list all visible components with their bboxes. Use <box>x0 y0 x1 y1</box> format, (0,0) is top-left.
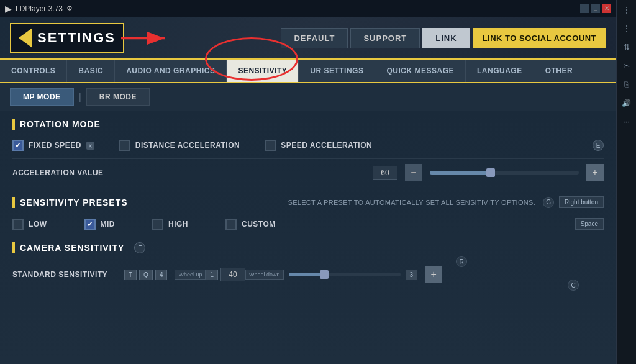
standard-sensitivity-value: 40 <box>220 268 245 281</box>
camera-sensitivity-title: CAMERA SENSITIVITY F <box>12 242 604 253</box>
r-shortcut-badge: R <box>456 256 467 267</box>
app-settings-icon: ⚙ <box>66 4 73 12</box>
wheel-down-badge: Wheel down <box>245 270 284 280</box>
tab-language[interactable]: LANGUAGE <box>466 60 534 82</box>
g-shortcut-badge: G <box>543 197 554 208</box>
preset-custom-checkbox[interactable] <box>225 219 237 230</box>
e-shortcut-badge: E <box>593 140 604 151</box>
tab-mp-mode[interactable]: MP MODE <box>10 88 74 106</box>
close-button[interactable]: ✕ <box>602 4 611 13</box>
preset-custom: CUSTOM <box>225 219 276 230</box>
q-key-badge: Q <box>139 270 153 280</box>
section-bar-presets <box>12 197 15 208</box>
rotation-mode-label: ROTATION MODE <box>20 119 101 129</box>
tab-sensitivity[interactable]: SENSITIVITY <box>227 60 299 82</box>
settings-header: SETTINGS DEFAULT SUPPORT LINK LINK TO SO… <box>0 17 616 60</box>
sidebar-icon-arrows[interactable]: ⇅ <box>619 40 634 55</box>
presets-title-row: SENSITIVITY PRESETS <box>12 197 128 208</box>
speed-accel-checkbox[interactable] <box>265 140 276 151</box>
app-name: LDPlayer 3.73 <box>16 4 63 13</box>
wheel-down-num-badge: 3 <box>406 270 418 280</box>
mode-divider: | <box>74 91 86 102</box>
logo-arrow-icon <box>19 28 32 48</box>
standard-sensitivity-plus-button[interactable]: + <box>425 266 442 283</box>
link-social-button[interactable]: LINK TO SOCIAL ACCOUNT <box>473 28 606 48</box>
preset-low-label: LOW <box>29 220 47 229</box>
sidebar-icon-copy[interactable]: ⎘ <box>619 77 634 92</box>
rotation-options-row: FIXED SPEED x DISTANCE ACCELERATION SPEE… <box>12 137 604 159</box>
wheel-up-badge: Wheel up <box>175 270 206 280</box>
acceleration-plus-button[interactable]: + <box>586 164 604 181</box>
presets-info-text: SELECT A PRESET TO AUTOMATICALLY SET ALL… <box>288 199 536 206</box>
right-sidebar: ⋮ ⋮ ⇅ ✂ ⎘ 🔊 ··· <box>616 0 636 364</box>
minimize-button[interactable]: — <box>580 4 589 13</box>
acceleration-value-display: 60 <box>373 166 398 180</box>
support-button[interactable]: SUPPORT <box>350 28 420 48</box>
c-shortcut-badge: C <box>568 280 579 291</box>
fixed-speed-option: FIXED SPEED x <box>12 140 94 151</box>
rotation-mode-title: ROTATION MODE <box>12 119 604 130</box>
presets-info-row: SELECT A PRESET TO AUTOMATICALLY SET ALL… <box>288 196 604 208</box>
right-button-badge: Right button <box>559 196 604 208</box>
4-key-badge: 4 <box>155 270 168 280</box>
tab-basic[interactable]: BASIC <box>67 60 115 82</box>
preset-high: HIGH <box>152 219 188 230</box>
rotation-mode-section: ROTATION MODE FIXED SPEED x DISTANCE ACC… <box>12 119 604 186</box>
mode-tabs: MP MODE | BR MODE <box>0 83 616 111</box>
acceleration-minus-button[interactable]: − <box>405 164 422 181</box>
standard-sensitivity-row: STANDARD SENSITIVITY T Q 4 Wheel up 1 40… <box>12 261 604 288</box>
section-bar <box>12 119 15 130</box>
sidebar-icon-more[interactable]: ··· <box>619 114 634 129</box>
sidebar-icon-volume[interactable]: 🔊 <box>619 96 634 111</box>
section-bar-camera <box>12 242 15 253</box>
sidebar-icon-scissors[interactable]: ✂ <box>619 58 634 73</box>
fixed-speed-checkbox[interactable] <box>12 140 24 151</box>
preset-low: LOW <box>12 219 47 230</box>
f-shortcut-badge: F <box>134 242 145 253</box>
title-bar: ▶ LDPlayer 3.73 ⚙ — □ ✕ <box>0 0 616 17</box>
distance-accel-label: DISTANCE ACCELERATION <box>135 141 240 150</box>
presets-title-label: SENSITIVITY PRESETS <box>20 198 128 207</box>
presets-header: SENSITIVITY PRESETS SELECT A PRESET TO A… <box>12 196 604 208</box>
sidebar-icon-1[interactable]: ⋮ <box>619 2 634 17</box>
preset-high-label: HIGH <box>168 220 188 229</box>
acceleration-value-row: ACCELERATION VALUE 60 − + <box>12 159 604 186</box>
tab-controls[interactable]: CONTROLS <box>0 60 67 82</box>
preset-low-checkbox[interactable] <box>12 219 24 230</box>
settings-title: SETTINGS <box>37 30 116 46</box>
tab-other[interactable]: OTHER <box>534 60 585 82</box>
content-area: ROTATION MODE FIXED SPEED x DISTANCE ACC… <box>0 111 616 364</box>
nav-tabs: CONTROLS BASIC AUDIO AND GRAPHICS SENSIT… <box>0 60 616 83</box>
speed-accel-option: SPEED ACCELERATION <box>265 140 372 151</box>
header-buttons: DEFAULT SUPPORT LINK LINK TO SOCIAL ACCO… <box>281 28 606 48</box>
link-button[interactable]: LINK <box>422 28 470 48</box>
camera-sensitivity-section: CAMERA SENSITIVITY F STANDARD SENSITIVIT… <box>12 242 604 288</box>
sensitivity-presets-section: SENSITIVITY PRESETS SELECT A PRESET TO A… <box>12 196 604 232</box>
speed-accel-label: SPEED ACCELERATION <box>281 141 372 150</box>
distance-accel-checkbox[interactable] <box>119 140 130 151</box>
standard-sensitivity-track[interactable] <box>289 273 401 276</box>
preset-mid-checkbox[interactable] <box>84 219 96 230</box>
preset-custom-label: CUSTOM <box>242 220 276 229</box>
app-icon: ▶ <box>5 4 12 14</box>
preset-high-checkbox[interactable] <box>152 219 163 230</box>
tab-quick-message[interactable]: QUICK MESSAGE <box>375 60 466 82</box>
wheel-up-num-badge: 1 <box>206 270 218 280</box>
standard-sensitivity-label: STANDARD SENSITIVITY <box>12 270 124 279</box>
camera-sensitivity-label: CAMERA SENSITIVITY <box>20 243 124 253</box>
preset-mid-label: MID <box>101 220 116 229</box>
maximize-button[interactable]: □ <box>591 4 600 13</box>
tab-br-mode[interactable]: BR MODE <box>86 88 150 106</box>
distance-accel-option: DISTANCE ACCELERATION <box>119 140 240 151</box>
acceleration-slider-track[interactable] <box>430 171 579 175</box>
t-key-badge: T <box>124 270 137 280</box>
sidebar-icon-2[interactable]: ⋮ <box>619 21 634 36</box>
tab-ur-settings[interactable]: UR SETTINGS <box>299 60 375 82</box>
tab-audio-graphics[interactable]: AUDIO AND GRAPHICS <box>115 60 227 82</box>
acceleration-value-label: ACCELERATION VALUE <box>12 168 112 177</box>
space-badge: Space <box>575 218 604 230</box>
fixed-speed-x-badge: x <box>86 142 94 150</box>
settings-logo: SETTINGS <box>10 23 124 53</box>
presets-options-row: LOW MID HIGH CUSTOM Space <box>12 216 604 232</box>
default-button[interactable]: DEFAULT <box>281 28 348 48</box>
